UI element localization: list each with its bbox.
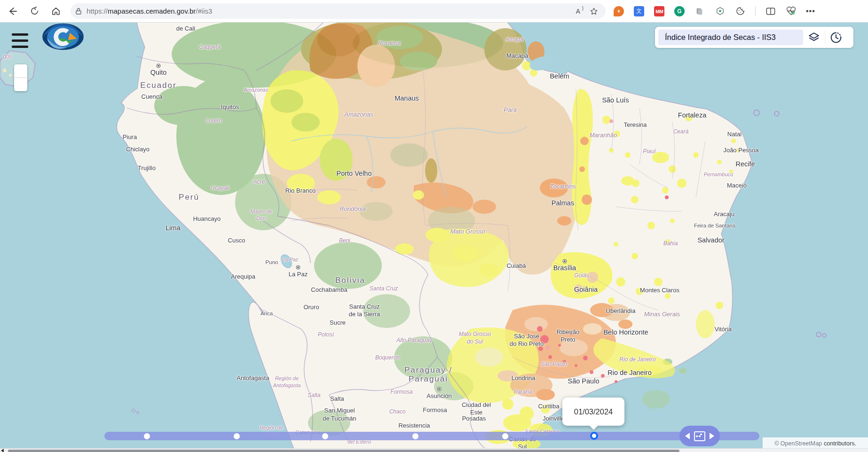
- zoom-in-button[interactable]: [14, 64, 27, 78]
- toolbar-divider: [755, 6, 756, 16]
- layers-icon: [808, 31, 820, 44]
- calendar-icon[interactable]: [694, 431, 705, 441]
- url-text[interactable]: https://mapasecas.cemaden.gov.br/#iis3: [87, 7, 576, 15]
- favorite-star-icon[interactable]: [590, 7, 598, 16]
- timeline-tick[interactable]: [144, 433, 150, 439]
- history-clock-icon: [830, 31, 842, 44]
- browser-essentials-icon[interactable]: [786, 6, 796, 16]
- drought-index-select[interactable]: Índice Integrado de Secas - IIS3: [658, 30, 803, 45]
- timeline-slider-bar[interactable]: [104, 432, 759, 440]
- pin-extension-icon[interactable]: +: [614, 6, 624, 16]
- map-zoom-control: [14, 64, 27, 91]
- osm-attribution-suffix: contributors.: [824, 440, 856, 447]
- horizontal-scrollbar-thumb[interactable]: [8, 450, 679, 452]
- prev-date-icon[interactable]: [685, 433, 690, 439]
- more-menu-icon[interactable]: •••: [806, 7, 815, 16]
- map-canvas[interactable]: [0, 0, 868, 452]
- scroll-left-arrow-icon[interactable]: [1, 449, 4, 452]
- read-aloud-icon[interactable]: A: [576, 8, 583, 15]
- lock-icon: [75, 8, 82, 15]
- back-button[interactable]: [5, 3, 21, 19]
- timeline-tick-selected[interactable]: [590, 432, 598, 440]
- red-extension-icon[interactable]: ᴍᴍ: [654, 6, 664, 16]
- timeline-tick[interactable]: [412, 433, 418, 439]
- timeline-tick[interactable]: [322, 433, 328, 439]
- layer-panel: Índice Integrado de Secas - IIS3: [655, 27, 853, 48]
- history-button[interactable]: [825, 30, 847, 45]
- grammarly-extension-icon[interactable]: G: [674, 6, 685, 16]
- timeline-tick[interactable]: [502, 433, 508, 439]
- timeline-tick[interactable]: [234, 433, 240, 439]
- hexagon-extension-icon[interactable]: [715, 6, 725, 16]
- layers-button[interactable]: [803, 30, 825, 45]
- home-button[interactable]: [48, 3, 64, 19]
- split-screen-icon[interactable]: [765, 6, 776, 16]
- osm-attribution-link[interactable]: © OpenStreetMap: [774, 440, 822, 447]
- menu-hamburger-button[interactable]: [12, 33, 28, 48]
- reload-button[interactable]: [26, 3, 42, 19]
- cemaden-logo: [41, 22, 85, 52]
- map-page: EcuadorPerúBoliviaParaguay /ParaguáiCaqu…: [0, 0, 868, 452]
- zoom-out-button[interactable]: [14, 78, 27, 91]
- cookie-extension-icon[interactable]: [735, 6, 745, 16]
- next-date-icon[interactable]: [710, 433, 714, 439]
- extensions-row: + 文 ᴍᴍ G •••: [614, 0, 815, 22]
- browser-toolbar: https://mapasecas.cemaden.gov.br/#iis3 A…: [0, 0, 868, 23]
- date-tooltip: 01/03/2024: [562, 397, 624, 426]
- notes-extension-icon[interactable]: [694, 6, 705, 16]
- date-tooltip-text: 01/03/2024: [574, 407, 613, 416]
- address-bar[interactable]: https://mapasecas.cemaden.gov.br/#iis3 A: [71, 3, 606, 19]
- timeline-step-control: [679, 426, 720, 446]
- translate-extension-icon[interactable]: 文: [634, 6, 644, 16]
